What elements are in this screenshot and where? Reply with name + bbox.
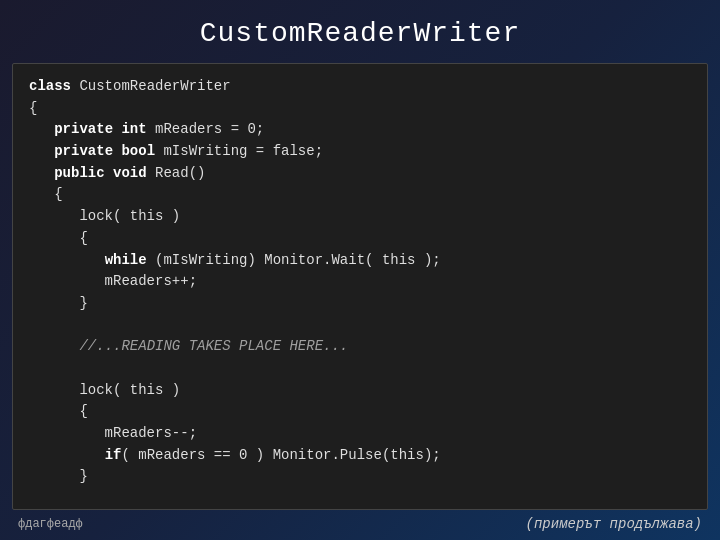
footer-left: фдагфеадф	[18, 517, 83, 531]
code-line-2: {	[29, 100, 37, 116]
code-line-7: lock( this )	[29, 208, 180, 224]
title-area: CustomReaderWriter	[0, 0, 720, 63]
code-line-14	[29, 360, 37, 376]
code-line-3: private int mReaders = 0;	[29, 121, 264, 137]
code-line-6: {	[29, 186, 63, 202]
slide-title: CustomReaderWriter	[200, 18, 520, 49]
code-line-15: lock( this )	[29, 382, 180, 398]
code-line-17: mReaders--;	[29, 425, 197, 441]
code-line-4: private bool mIsWriting = false;	[29, 143, 323, 159]
code-block: class CustomReaderWriter { private int m…	[29, 76, 691, 488]
code-line-10: mReaders++;	[29, 273, 197, 289]
code-line-13: //...READING TAKES PLACE HERE...	[29, 338, 348, 354]
slide: CustomReaderWriter class CustomReaderWri…	[0, 0, 720, 540]
code-container: class CustomReaderWriter { private int m…	[12, 63, 708, 510]
code-line-12	[29, 317, 37, 333]
code-line-5: public void Read()	[29, 165, 205, 181]
footer-right: (примерът продължава)	[526, 516, 702, 532]
bottom-bar: фдагфеадф (примерът продължава)	[0, 510, 720, 540]
code-line-1: class CustomReaderWriter	[29, 78, 231, 94]
code-line-16: {	[29, 403, 88, 419]
code-line-11: }	[29, 295, 88, 311]
code-line-8: {	[29, 230, 88, 246]
code-line-9: while (mIsWriting) Monitor.Wait( this );	[29, 252, 441, 268]
code-line-18: if( mReaders == 0 ) Monitor.Pulse(this);	[29, 447, 441, 463]
code-line-19: }	[29, 468, 88, 484]
